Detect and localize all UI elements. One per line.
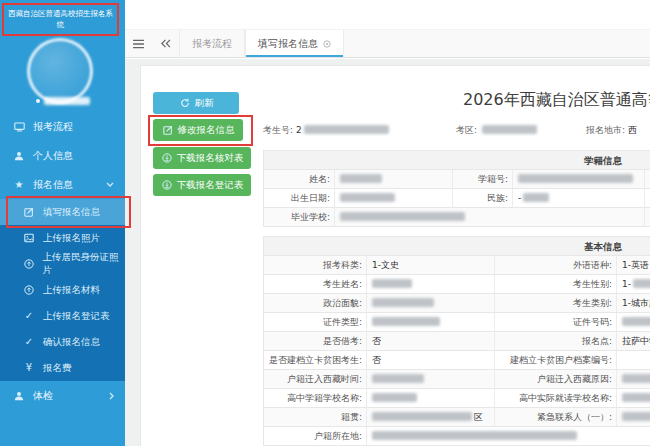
field-label: 报名点: bbox=[494, 332, 616, 350]
collapse-tabs-icon[interactable] bbox=[152, 30, 179, 57]
field-label: 证件号码: bbox=[644, 170, 650, 188]
refresh-button[interactable]: 刷新 bbox=[153, 92, 239, 114]
download-icon bbox=[161, 153, 173, 163]
redacted-value bbox=[482, 125, 537, 134]
chevron-right-icon bbox=[109, 392, 114, 400]
field-value: - bbox=[512, 189, 644, 207]
table-row: 出生日期:民族:-籍贯: bbox=[263, 189, 650, 208]
field-value: 否 bbox=[366, 351, 494, 369]
sidebar-submenu: 填写报名信息上传报名照片上传居民身份证照片上传报名材料✓上传报名登记表✓确认报名… bbox=[0, 199, 125, 381]
field-value-suffix: 区 bbox=[474, 412, 483, 422]
field-value bbox=[334, 189, 452, 207]
sidebar-group: 体检 bbox=[0, 381, 125, 410]
redacted-value bbox=[518, 174, 633, 183]
table-row: 高中学籍学校名称:高中实际就读学校名称: bbox=[263, 389, 650, 408]
star-icon: ★ bbox=[13, 180, 25, 190]
topbar bbox=[125, 0, 650, 30]
redacted-value bbox=[633, 279, 650, 288]
hamburger-menu-icon[interactable] bbox=[125, 30, 152, 57]
form-panel: 刷新修改报名信息下载报名核对表下载报名登记表 2026年西藏自治区普通高等学校 … bbox=[140, 65, 650, 446]
field-value bbox=[616, 313, 650, 331]
redacted-value bbox=[372, 374, 424, 383]
button-label: 刷新 bbox=[195, 97, 214, 110]
field-value: 1-城市应届 bbox=[616, 294, 650, 312]
table-row: 是否借考:否报名点:拉萨中学 bbox=[263, 332, 650, 351]
candidate-meta-row: 考生号:2考区:报名地市:西 bbox=[263, 124, 650, 138]
redacted-value bbox=[340, 174, 382, 183]
sidebar-group: 报考流程个人信息★报名信息 bbox=[0, 112, 125, 199]
download-checklist-button[interactable]: 下载报名核对表 bbox=[153, 147, 251, 169]
sidebar-item[interactable]: 报考流程 bbox=[0, 112, 125, 141]
table-row: 证件类型:证件号码: bbox=[263, 313, 650, 332]
redacted-value bbox=[340, 193, 395, 202]
field-value-text: 1-城市应届 bbox=[622, 298, 650, 308]
field-value bbox=[366, 370, 494, 388]
download-icon bbox=[161, 180, 173, 190]
sidebar-item[interactable]: 体检 bbox=[0, 381, 125, 410]
field-label: 毕业班级: bbox=[644, 208, 650, 226]
field-label: 考生姓名: bbox=[264, 275, 366, 293]
field-value: 1-英语 bbox=[616, 256, 650, 274]
field-value: 1- bbox=[616, 275, 650, 293]
sidebar-item[interactable]: 个人信息 bbox=[0, 141, 125, 170]
download-registration-form-button[interactable]: 下载报名登记表 bbox=[153, 174, 251, 196]
redacted-value bbox=[622, 374, 650, 383]
upload-icon bbox=[23, 285, 35, 295]
table-row: 姓名:学籍号:证件号码: bbox=[263, 170, 650, 189]
close-circle-icon bbox=[323, 40, 331, 48]
field-label: 户籍迁入西藏原因: bbox=[494, 370, 616, 388]
sidebar-item[interactable]: ¥报名费 bbox=[0, 355, 125, 381]
upload-icon bbox=[23, 259, 35, 269]
sidebar-item[interactable]: ✓上传报名登记表 bbox=[0, 303, 125, 329]
field-label: 毕业学校: bbox=[264, 208, 334, 226]
table-row: 户籍所在地: bbox=[263, 427, 650, 446]
redacted-value bbox=[622, 393, 650, 402]
tab-active[interactable]: 填写报名信息 bbox=[245, 30, 344, 57]
tab-inactive[interactable]: 报考流程 bbox=[179, 30, 245, 57]
redacted-value bbox=[372, 393, 417, 402]
sidebar-item[interactable]: 填写报名信息 bbox=[0, 199, 125, 225]
user-name-redacted bbox=[44, 97, 90, 105]
sidebar-item[interactable]: 上传报名照片 bbox=[0, 225, 125, 251]
sidebar-item[interactable]: 上传报名材料 bbox=[0, 277, 125, 303]
redacted-value bbox=[523, 193, 549, 202]
candidate-number: 考生号:2 bbox=[263, 124, 389, 137]
content-area: 刷新修改报名信息下载报名核对表下载报名登记表 2026年西藏自治区普通高等学校 … bbox=[125, 59, 650, 446]
user-icon bbox=[13, 391, 25, 401]
edit-icon bbox=[23, 207, 35, 217]
sidebar-item[interactable]: ★报名信息 bbox=[0, 170, 125, 199]
field-label: 考生类别: bbox=[494, 294, 616, 312]
sidebar-item[interactable]: 上传居民身份证照片 bbox=[0, 251, 125, 277]
field-label: 紧急联系人（一）: bbox=[494, 408, 616, 426]
redacted-value bbox=[622, 317, 650, 326]
tab-list: 报考流程填写报名信息 bbox=[179, 30, 344, 57]
table-row: 政治面貌:考生类别:1-城市应届 bbox=[263, 294, 650, 313]
check-icon: ✓ bbox=[23, 311, 35, 321]
table-row: 籍贯:区紧急联系人（一）: bbox=[263, 408, 650, 427]
sidebar-item-label: 上传报名照片 bbox=[43, 232, 100, 245]
redacted-value bbox=[372, 412, 472, 421]
modify-registration-button[interactable]: 修改报名信息 bbox=[153, 119, 243, 141]
field-label: 民族: bbox=[452, 189, 512, 207]
monitor-icon bbox=[13, 122, 25, 132]
field-label: 姓名: bbox=[264, 170, 334, 188]
basic-info-table: 基本信息报考科类:1-文史外语语种:1-英语考生姓名:考生性别:1-政治面貌:考… bbox=[263, 236, 650, 446]
field-label: 户籍所在地: bbox=[264, 427, 366, 445]
sidebar-item[interactable]: ✓确认报名信息 bbox=[0, 329, 125, 355]
meta-label: 考生号: bbox=[263, 125, 293, 135]
field-value: 否 bbox=[366, 332, 494, 350]
field-value-text: 1-文史 bbox=[372, 260, 399, 270]
field-value bbox=[512, 170, 644, 188]
user-icon bbox=[13, 151, 25, 161]
school-roll-info-table: 学籍信息姓名:学籍号:证件号码:出生日期:民族:-籍贯:毕业学校:毕业班级: bbox=[263, 150, 650, 227]
meta-label: 报名地市: bbox=[586, 125, 625, 135]
field-label: 建档立卡贫困户档案编号: bbox=[494, 351, 616, 369]
field-label: 籍贯: bbox=[264, 408, 366, 426]
field-value: 区 bbox=[366, 408, 494, 426]
field-value bbox=[616, 408, 650, 426]
sidebar-item-label: 体检 bbox=[33, 389, 53, 403]
field-value-text: 1-英语 bbox=[622, 260, 649, 270]
field-label: 出生日期: bbox=[264, 189, 334, 207]
tabbar: 报考流程填写报名信息 bbox=[125, 30, 650, 58]
field-value-text: 1- bbox=[622, 279, 631, 289]
